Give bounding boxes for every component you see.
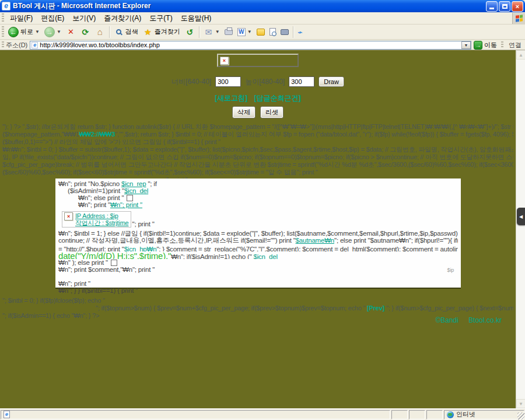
ie-logo-icon: e [2, 2, 10, 10]
code-text: ₩n" ); else print " [58, 259, 110, 266]
home-button[interactable]: ⌂ [93, 26, 107, 38]
back-label: 뒤로 [20, 27, 33, 36]
search-button[interactable]: 검색 [111, 26, 141, 38]
broken-image-link[interactable]: × IP Address : $ip 작업시간 : $strjtime [62, 211, 131, 228]
action-buttons-row: 삭제 리셋 [0, 106, 516, 118]
forward-dropdown-icon: ▼ [57, 29, 61, 34]
standard-toolbar: ← 뒤로 ▼ → ▼ ✕ ⟳ ⌂ 검색 ★ 즐겨찾기 ↺ ✉ ▼ W ▼ ⌁ [0, 24, 525, 40]
edit-dropdown-icon[interactable]: ▼ [247, 29, 252, 34]
refresh-link[interactable]: [새로고침] [215, 94, 247, 102]
code-text: ($sec/60)%60,$sec%60); if($sec<60)$strjt… [2, 169, 318, 176]
code-link[interactable]: $autname₩n [296, 237, 334, 244]
history-icon: ↺ [185, 27, 195, 37]
back-button[interactable]: ← 뒤로 ▼ [6, 26, 42, 38]
ie-window: { "window": { "title": "BTool 게시판 - Micr… [0, 0, 525, 420]
scroll-down-icon[interactable]: ▼ [516, 399, 525, 408]
code-text: date("Y/m/d(D) H:i:s",$rtime)." [58, 251, 171, 259]
status-panel [391, 410, 408, 419]
code-text: ₩n"; print " [78, 201, 110, 208]
menu-edit[interactable]: 편집(E) [37, 12, 68, 24]
media-button[interactable] [278, 28, 291, 36]
research-button[interactable] [267, 27, 278, 37]
stop-button[interactable]: ✕ [64, 26, 78, 38]
back-icon: ← [8, 27, 19, 37]
links-label[interactable]: 연결 [505, 41, 525, 50]
page-ie-icon: e [32, 42, 38, 48]
status-panel [426, 410, 443, 419]
search-icon [114, 27, 124, 37]
btool-site-link[interactable]: Btool.co.kr [468, 316, 502, 324]
code-text: "; if [146, 180, 156, 187]
refresh-button[interactable]: ⟳ [78, 26, 93, 38]
alt-text-worktime: 작업시간 : $strjtime [75, 219, 129, 226]
address-url[interactable]: http://k9999lover.wo.to/btoolbbs/index.p… [40, 41, 461, 48]
menu-help[interactable]: 도움말(H) [177, 12, 216, 24]
bandi-credit-link[interactable]: ©Bandi [435, 316, 459, 324]
toolbar-separator [293, 26, 293, 38]
box-source-top: ₩n"; print "No.$picno $icn_rep "; if($is… [58, 180, 458, 208]
code-link[interactable]: $icn_hp₩n [124, 246, 157, 251]
code-text: ₩n"; if($isAdmin!=1) echo (" [171, 253, 253, 259]
close-button[interactable]: × [512, 1, 523, 12]
back-dropdown-icon[interactable]: ▼ [35, 29, 40, 34]
code-link[interactable]: $icn_del [124, 187, 148, 194]
recent-replies-link[interactable]: [답글순최근건] [254, 94, 301, 102]
page-links-row: [새로고침] [답글순최근건] [0, 93, 516, 103]
draw-button[interactable]: Draw [318, 76, 344, 87]
messenger-icon: ⌁ [296, 27, 303, 37]
inline-checkbox[interactable] [127, 195, 133, 201]
table-cell-source-box: ₩n"; print "No.$picno $icn_rep "; if($is… [55, 178, 461, 289]
restore-button[interactable] [499, 1, 510, 12]
title-bar: e BTool 게시판 - Microsoft Internet Explore… [0, 0, 525, 12]
menu-view[interactable]: 보기(V) [68, 12, 100, 24]
height-input[interactable] [289, 76, 314, 87]
menu-file[interactable]: 파일(F) [6, 12, 37, 24]
code-text: ($buffer,0,1)==">") // 라인의 제일 앞에 '>'가 있으… [2, 138, 220, 145]
history-button[interactable]: ↺ [183, 26, 197, 38]
menu-favorites[interactable]: 즐겨찾기(A) [100, 12, 145, 24]
dimensions-row: 너비[640-40] 높이[480-40] Draw [0, 76, 516, 87]
leaked-php-source-top: "); } ?> ",$str); //br은되게함 return $str; … [2, 123, 513, 184]
forward-button[interactable]: → ▼ [42, 26, 64, 38]
code-text: "; if($topnum>$num) { $prev=$num+$cfg_pi… [96, 304, 367, 312]
address-dropdown-icon[interactable]: ▼ [461, 41, 471, 49]
toolbar-grip [501, 41, 503, 49]
favorites-label: 즐겨찾기 [155, 27, 180, 36]
page-scrollbar[interactable]: ▲ ▼ [516, 50, 525, 408]
discuss-icon [257, 29, 265, 36]
media-icon [281, 29, 289, 35]
height-label: 높이[480-40] [245, 77, 285, 87]
reset-button[interactable]: 리셋 [260, 106, 284, 118]
code-text: "; else print "$autname₩n"; if($hpurl!="… [334, 237, 458, 244]
discuss-button[interactable] [254, 27, 267, 37]
mail-button[interactable]: ✉ ▼ [201, 26, 222, 38]
code-link[interactable]: ₩₩2://₩₩3 [79, 131, 115, 138]
inline-checkbox[interactable] [111, 260, 117, 266]
edit-word-icon: W [237, 28, 246, 36]
minimize-button[interactable] [486, 1, 498, 12]
address-input[interactable]: e http://k9999lover.wo.to/btoolbbs/index… [30, 41, 471, 50]
delete-button[interactable]: 삭제 [232, 106, 256, 118]
messenger-button[interactable]: ⌁ [295, 26, 304, 38]
address-label: 주소(D) [6, 41, 27, 50]
code-link[interactable]: $icn_del [254, 253, 278, 259]
print-button[interactable] [222, 28, 235, 36]
edit-button[interactable]: W ▼ [235, 27, 254, 37]
side-panel-toggle[interactable]: ◀ [517, 208, 525, 225]
alt-text-ip: IP Address : $ip [75, 212, 129, 219]
window-title: BTool 게시판 - Microsoft Internet Explorer [13, 1, 485, 11]
scroll-up-icon[interactable]: ▲ [516, 50, 525, 60]
print-icon [225, 29, 233, 35]
menu-tools[interactable]: 도구(T) [145, 12, 176, 24]
resize-grip[interactable] [517, 412, 524, 419]
code-link[interactable]: [Prev] [367, 304, 384, 312]
width-input[interactable] [215, 76, 241, 87]
code-link[interactable]: ₩n"; print " [110, 201, 142, 208]
go-button[interactable]: → 이동 [474, 41, 497, 50]
document-icon: e [4, 411, 10, 418]
mail-dropdown-icon[interactable]: ▼ [215, 29, 220, 34]
address-bar: 주소(D) e http://k9999lover.wo.to/btoolbbs… [0, 40, 525, 50]
code-text: ($homepage_pattern,"₩₩1 [2, 131, 79, 138]
code-link[interactable]: $icn_rep [121, 180, 146, 187]
favorites-button[interactable]: ★ 즐겨찾기 [141, 26, 183, 38]
